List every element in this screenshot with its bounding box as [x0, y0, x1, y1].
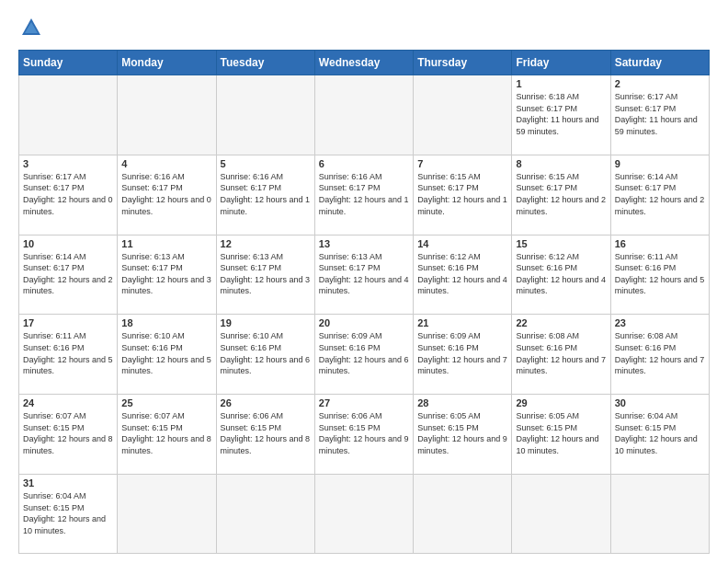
calendar-cell: 6Sunrise: 6:16 AM Sunset: 6:17 PM Daylig…	[314, 155, 413, 235]
calendar-cell	[314, 474, 413, 553]
day-info: Sunrise: 6:15 AM Sunset: 6:17 PM Dayligh…	[417, 171, 507, 217]
day-number: 1	[516, 78, 606, 89]
calendar-cell: 22Sunrise: 6:08 AM Sunset: 6:16 PM Dayli…	[512, 315, 610, 395]
calendar-cell: 5Sunrise: 6:16 AM Sunset: 6:17 PM Daylig…	[216, 155, 314, 235]
day-number: 14	[417, 238, 507, 249]
day-number: 7	[417, 158, 507, 169]
week-row-3: 17Sunrise: 6:11 AM Sunset: 6:16 PM Dayli…	[19, 315, 710, 395]
day-info: Sunrise: 6:07 AM Sunset: 6:15 PM Dayligh…	[121, 410, 211, 456]
calendar-cell: 23Sunrise: 6:08 AM Sunset: 6:16 PM Dayli…	[610, 315, 709, 395]
calendar-cell	[19, 75, 118, 155]
calendar-cell: 26Sunrise: 6:06 AM Sunset: 6:15 PM Dayli…	[216, 395, 314, 475]
day-info: Sunrise: 6:13 AM Sunset: 6:17 PM Dayligh…	[121, 251, 211, 297]
day-info: Sunrise: 6:04 AM Sunset: 6:15 PM Dayligh…	[615, 410, 705, 456]
week-row-0: 1Sunrise: 6:18 AM Sunset: 6:17 PM Daylig…	[19, 75, 710, 155]
day-info: Sunrise: 6:11 AM Sunset: 6:16 PM Dayligh…	[615, 251, 705, 297]
calendar-cell: 10Sunrise: 6:14 AM Sunset: 6:17 PM Dayli…	[19, 235, 118, 315]
day-number: 22	[516, 317, 606, 328]
day-number: 2	[615, 78, 705, 89]
day-info: Sunrise: 6:16 AM Sunset: 6:17 PM Dayligh…	[319, 171, 409, 217]
day-info: Sunrise: 6:11 AM Sunset: 6:16 PM Dayligh…	[23, 330, 113, 376]
calendar-cell: 25Sunrise: 6:07 AM Sunset: 6:15 PM Dayli…	[118, 395, 216, 475]
calendar-cell: 18Sunrise: 6:10 AM Sunset: 6:16 PM Dayli…	[118, 315, 216, 395]
calendar-cell: 30Sunrise: 6:04 AM Sunset: 6:15 PM Dayli…	[610, 395, 709, 475]
day-info: Sunrise: 6:14 AM Sunset: 6:17 PM Dayligh…	[23, 251, 113, 297]
weekday-header-monday: Monday	[118, 51, 216, 75]
calendar-cell: 31Sunrise: 6:04 AM Sunset: 6:15 PM Dayli…	[19, 474, 118, 553]
calendar-cell	[118, 474, 216, 553]
day-info: Sunrise: 6:10 AM Sunset: 6:16 PM Dayligh…	[221, 330, 311, 376]
day-info: Sunrise: 6:12 AM Sunset: 6:16 PM Dayligh…	[516, 251, 606, 297]
week-row-2: 10Sunrise: 6:14 AM Sunset: 6:17 PM Dayli…	[19, 235, 710, 315]
day-number: 12	[221, 238, 311, 249]
calendar-cell	[512, 474, 610, 553]
day-number: 11	[121, 238, 211, 249]
day-info: Sunrise: 6:06 AM Sunset: 6:15 PM Dayligh…	[319, 410, 409, 456]
calendar-cell: 7Sunrise: 6:15 AM Sunset: 6:17 PM Daylig…	[414, 155, 512, 235]
calendar-cell	[414, 75, 512, 155]
calendar-cell: 19Sunrise: 6:10 AM Sunset: 6:16 PM Dayli…	[216, 315, 314, 395]
day-info: Sunrise: 6:08 AM Sunset: 6:16 PM Dayligh…	[615, 330, 705, 376]
calendar-cell: 17Sunrise: 6:11 AM Sunset: 6:16 PM Dayli…	[19, 315, 118, 395]
day-number: 18	[121, 317, 211, 328]
calendar-cell: 14Sunrise: 6:12 AM Sunset: 6:16 PM Dayli…	[414, 235, 512, 315]
day-info: Sunrise: 6:14 AM Sunset: 6:17 PM Dayligh…	[615, 171, 705, 217]
logo	[18, 15, 48, 40]
calendar-cell	[216, 75, 314, 155]
week-row-5: 31Sunrise: 6:04 AM Sunset: 6:15 PM Dayli…	[19, 474, 710, 553]
calendar-cell	[216, 474, 314, 553]
weekday-header-row: SundayMondayTuesdayWednesdayThursdayFrid…	[19, 51, 710, 75]
calendar-cell: 16Sunrise: 6:11 AM Sunset: 6:16 PM Dayli…	[610, 235, 709, 315]
day-number: 4	[121, 158, 211, 169]
calendar-cell: 1Sunrise: 6:18 AM Sunset: 6:17 PM Daylig…	[512, 75, 610, 155]
day-number: 16	[615, 238, 705, 249]
calendar-cell: 24Sunrise: 6:07 AM Sunset: 6:15 PM Dayli…	[19, 395, 118, 475]
day-number: 5	[221, 158, 311, 169]
day-number: 26	[221, 397, 311, 408]
calendar-cell: 8Sunrise: 6:15 AM Sunset: 6:17 PM Daylig…	[512, 155, 610, 235]
weekday-header-saturday: Saturday	[610, 51, 709, 75]
day-info: Sunrise: 6:16 AM Sunset: 6:17 PM Dayligh…	[221, 171, 311, 217]
calendar-cell: 2Sunrise: 6:17 AM Sunset: 6:17 PM Daylig…	[610, 75, 709, 155]
page: SundayMondayTuesdayWednesdayThursdayFrid…	[0, 0, 728, 563]
calendar-table: SundayMondayTuesdayWednesdayThursdayFrid…	[18, 50, 710, 554]
day-number: 21	[417, 317, 507, 328]
day-info: Sunrise: 6:05 AM Sunset: 6:15 PM Dayligh…	[516, 410, 606, 456]
day-info: Sunrise: 6:09 AM Sunset: 6:16 PM Dayligh…	[319, 330, 409, 376]
day-number: 28	[417, 397, 507, 408]
day-number: 24	[23, 397, 113, 408]
calendar-cell: 21Sunrise: 6:09 AM Sunset: 6:16 PM Dayli…	[414, 315, 512, 395]
day-info: Sunrise: 6:18 AM Sunset: 6:17 PM Dayligh…	[516, 91, 606, 137]
calendar-cell: 13Sunrise: 6:13 AM Sunset: 6:17 PM Dayli…	[314, 235, 413, 315]
day-number: 17	[23, 317, 113, 328]
calendar-cell: 9Sunrise: 6:14 AM Sunset: 6:17 PM Daylig…	[610, 155, 709, 235]
day-info: Sunrise: 6:16 AM Sunset: 6:17 PM Dayligh…	[121, 171, 211, 217]
day-info: Sunrise: 6:17 AM Sunset: 6:17 PM Dayligh…	[23, 171, 113, 217]
day-number: 13	[319, 238, 409, 249]
calendar-cell: 20Sunrise: 6:09 AM Sunset: 6:16 PM Dayli…	[314, 315, 413, 395]
calendar-cell: 12Sunrise: 6:13 AM Sunset: 6:17 PM Dayli…	[216, 235, 314, 315]
header	[18, 15, 710, 40]
day-info: Sunrise: 6:04 AM Sunset: 6:15 PM Dayligh…	[23, 490, 113, 536]
calendar-cell	[118, 75, 216, 155]
week-row-1: 3Sunrise: 6:17 AM Sunset: 6:17 PM Daylig…	[19, 155, 710, 235]
day-info: Sunrise: 6:12 AM Sunset: 6:16 PM Dayligh…	[417, 251, 507, 297]
day-number: 23	[615, 317, 705, 328]
day-info: Sunrise: 6:10 AM Sunset: 6:16 PM Dayligh…	[121, 330, 211, 376]
calendar-cell: 15Sunrise: 6:12 AM Sunset: 6:16 PM Dayli…	[512, 235, 610, 315]
calendar-cell: 11Sunrise: 6:13 AM Sunset: 6:17 PM Dayli…	[118, 235, 216, 315]
week-row-4: 24Sunrise: 6:07 AM Sunset: 6:15 PM Dayli…	[19, 395, 710, 475]
day-number: 9	[615, 158, 705, 169]
day-number: 6	[319, 158, 409, 169]
day-number: 10	[23, 238, 113, 249]
day-number: 8	[516, 158, 606, 169]
day-info: Sunrise: 6:17 AM Sunset: 6:17 PM Dayligh…	[615, 91, 705, 137]
day-number: 30	[615, 397, 705, 408]
day-info: Sunrise: 6:05 AM Sunset: 6:15 PM Dayligh…	[417, 410, 507, 456]
day-number: 15	[516, 238, 606, 249]
day-info: Sunrise: 6:13 AM Sunset: 6:17 PM Dayligh…	[221, 251, 311, 297]
day-number: 31	[23, 477, 113, 488]
calendar-cell: 28Sunrise: 6:05 AM Sunset: 6:15 PM Dayli…	[414, 395, 512, 475]
day-info: Sunrise: 6:06 AM Sunset: 6:15 PM Dayligh…	[221, 410, 311, 456]
day-info: Sunrise: 6:08 AM Sunset: 6:16 PM Dayligh…	[516, 330, 606, 376]
